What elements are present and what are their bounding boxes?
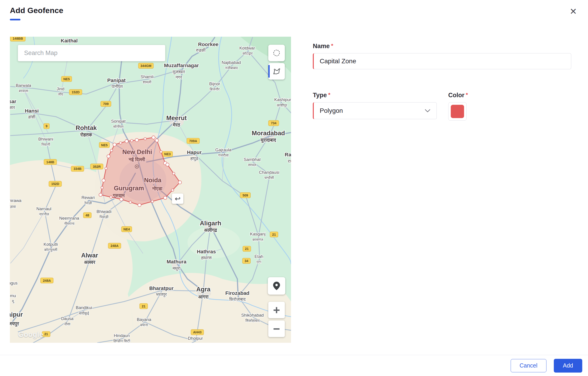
polygon-vertex-handle[interactable]: [102, 179, 105, 182]
map-canvas[interactable]: 148BBNE5152D344GM7097349NE5709ANE3148B33…: [10, 37, 291, 343]
polygon-midpoint-handle[interactable]: [110, 196, 112, 198]
map-city-label: चन्दौसी: [264, 176, 274, 180]
street-view-pegman-button[interactable]: [268, 277, 285, 295]
polygon-vertex-handle[interactable]: [155, 139, 158, 142]
polygon-vertex-handle[interactable]: [163, 196, 167, 199]
map-city-label: Ram: [285, 152, 291, 157]
circle-tool-button[interactable]: [268, 45, 285, 61]
map-city-label: जींद: [58, 92, 63, 96]
map-city-label: नजीबाबाद: [225, 66, 238, 70]
map-city-label: हापुड़: [190, 156, 198, 161]
map-city-label: hirawa: [10, 198, 22, 203]
polygon-vertex-handle[interactable]: [166, 163, 169, 166]
polygon-midpoint-handle[interactable]: [151, 200, 153, 203]
road-badge-label: NE5: [63, 77, 70, 81]
map-city-label: भरतपुर: [156, 292, 167, 297]
map-city-label: आगरा: [198, 294, 209, 300]
map-city-label: Barwala: [16, 83, 32, 88]
chevron-down-icon: [425, 109, 431, 113]
map-city-label: Etah: [254, 254, 263, 259]
dialog-title: Add Geofence: [10, 6, 63, 15]
map-city-label: Kasganj: [250, 232, 266, 237]
map-city-label: सार: [10, 105, 15, 110]
close-button[interactable]: ✕: [567, 5, 580, 18]
map-city-label: रेवाड़ी: [84, 201, 92, 205]
polygon-midpoint-handle[interactable]: [110, 149, 113, 152]
polygon-vertex-handle[interactable]: [99, 193, 102, 196]
polygon-vertex-handle[interactable]: [125, 140, 128, 143]
polygon-midpoint-handle[interactable]: [130, 139, 133, 142]
map-city-label: भिवाड़ी: [99, 215, 109, 219]
polygon-midpoint-handle[interactable]: [105, 167, 107, 170]
map-city-label: हांसी: [28, 115, 35, 119]
polygon-vertex-handle[interactable]: [178, 181, 182, 184]
map-city-label: एटा: [256, 260, 261, 264]
map-city-label: रुड़की: [196, 48, 206, 53]
map-city-label: Hapur: [187, 149, 202, 155]
polygon-vertex-handle[interactable]: [152, 136, 155, 139]
polygon-midpoint-handle[interactable]: [129, 201, 132, 203]
map-city-label: बिजनौर: [209, 87, 220, 91]
map-city-label: फ़िरोज़ाबाद: [229, 297, 246, 302]
polygon-vertex-handle[interactable]: [120, 198, 123, 201]
polygon-midpoint-handle[interactable]: [160, 150, 162, 153]
road-badge-label: 709A: [189, 139, 197, 143]
type-label: Type*: [313, 92, 330, 99]
polygon-midpoint-handle[interactable]: [144, 137, 146, 140]
map-city-label: Dausa: [61, 316, 74, 321]
map-city-label: Rewari: [81, 195, 95, 200]
zoom-in-button[interactable]: +: [268, 302, 285, 318]
map-city-label: मुज़फ़्फ़र: [172, 70, 185, 75]
polygon-tool-icon: [272, 67, 281, 76]
color-swatch: [451, 105, 464, 118]
map-city-label: हाथरस: [201, 255, 212, 260]
map-city-label: Chandausi: [259, 170, 279, 175]
map-search-input[interactable]: [18, 45, 165, 61]
polygon-vertex-handle[interactable]: [138, 203, 141, 207]
polygon-midpoint-handle[interactable]: [101, 186, 103, 189]
map-city-label: रोहतक: [80, 132, 92, 137]
map-city-label: बरवाला: [18, 89, 28, 93]
map-city-label: Narnaul: [36, 206, 51, 211]
polygon-vertex-handle[interactable]: [107, 155, 110, 158]
required-asterisk: *: [328, 92, 330, 98]
map-city-label: Muzaffarnagar: [164, 63, 199, 68]
polygon-tool-button[interactable]: [268, 63, 285, 80]
map-city-label: Mathura: [167, 259, 186, 265]
polygon-vertex-handle[interactable]: [135, 138, 138, 142]
map-city-label: Sonipat: [111, 119, 126, 124]
name-label: Name*: [313, 43, 333, 50]
color-label-text: Color: [448, 92, 465, 99]
name-input[interactable]: [313, 53, 571, 69]
map-city-label: कोटपूतली: [44, 248, 57, 252]
cancel-button[interactable]: Cancel: [511, 359, 546, 372]
map-city-label: Gajraula: [215, 147, 232, 152]
type-select[interactable]: Polygon: [313, 102, 437, 119]
polygon-midpoint-handle[interactable]: [172, 172, 175, 175]
add-button[interactable]: Add: [554, 359, 582, 373]
color-swatch-button[interactable]: [448, 102, 467, 121]
map-city-label: जयपुर: [10, 321, 19, 327]
map-city-label: aipur: [10, 311, 23, 318]
road-badge-label: 248A: [111, 244, 119, 248]
map-city-label: Bhiwani: [38, 137, 53, 141]
map-city-label: दौसा: [64, 322, 70, 326]
map-city-label: Bharatpur: [149, 285, 174, 291]
polygon-vertex-handle[interactable]: [113, 143, 116, 146]
road-badge-label: 352R: [93, 165, 101, 168]
minus-icon: −: [273, 322, 280, 336]
map-city-label: Aligarh: [200, 220, 221, 227]
undo-button[interactable]: ↩: [172, 194, 183, 204]
road-badge-label: NE4: [123, 228, 130, 231]
polygon-midpoint-handle[interactable]: [119, 142, 122, 144]
location-pin-icon: [272, 281, 281, 291]
map-city-label: शिकोहाबाद: [245, 318, 260, 323]
map-city-label: Agra: [196, 286, 211, 293]
circle-tool-icon: [272, 48, 281, 58]
road-badge-label: 248A: [43, 279, 51, 282]
title-underline: [10, 19, 21, 21]
zoom-out-button[interactable]: −: [268, 321, 285, 337]
map-city-label: Panipat: [107, 77, 126, 83]
road-badge-label: 9: [46, 124, 47, 128]
polygon-midpoint-handle[interactable]: [171, 189, 174, 191]
